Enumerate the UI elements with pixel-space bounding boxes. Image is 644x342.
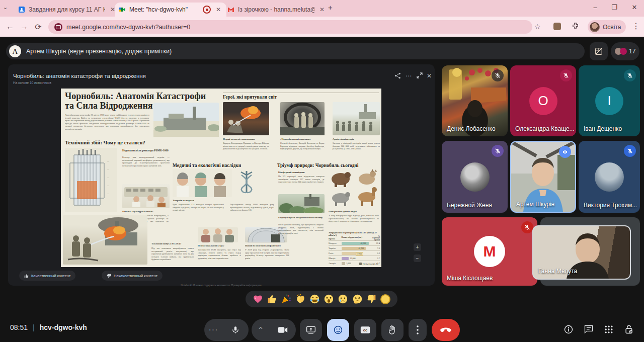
hand-icon (388, 325, 397, 335)
presenter-avatar: A (9, 45, 21, 57)
extension-icon[interactable] (553, 23, 561, 30)
participant-tile-speaking[interactable]: Артем Шкурін (510, 141, 576, 213)
astonished-face-icon[interactable] (324, 294, 334, 304)
end-call-button[interactable] (432, 319, 460, 341)
info-icon (564, 324, 574, 334)
hero-item-title: Перші на вогні: пожежники (223, 138, 269, 140)
meet-icon (119, 6, 126, 13)
wildlife-illustration (329, 167, 380, 208)
hero-item-text: Караули Володимира Правика та Віктора Кі… (223, 142, 269, 150)
contamination-table: Забруднення територій Цезієм-137 (понад … (329, 231, 380, 266)
classroom-icon (18, 6, 25, 13)
hero-item-title: Армія ліквідаторів (333, 138, 380, 140)
window-maximize-button[interactable]: ❐ (606, 0, 623, 14)
medical-staff-illustration (173, 169, 232, 197)
browser-tab-meet[interactable]: Meet: "hcv-dgwo-kvh" ✕ (115, 3, 226, 17)
close-presentation-icon[interactable]: ✕ (427, 72, 432, 79)
browser-menu-icon[interactable]: ⋮ (632, 21, 640, 31)
tiles-off-icon (594, 47, 603, 56)
meet-control-bar: 08:51 | hcv-dgwo-kvh ··· ⌃ (0, 314, 644, 342)
thinking-face-icon[interactable] (352, 294, 363, 304)
hero-item-text: Загалом у ліквідації наслідків аварії вз… (333, 142, 380, 150)
tab-recording-indicator-icon (203, 6, 211, 14)
nature-item-title: Повернення диких видів (329, 210, 357, 213)
skin-tone-selector[interactable] (380, 294, 390, 304)
clapping-hands-icon[interactable] (295, 294, 306, 304)
zoom-out-button[interactable]: − (414, 254, 421, 262)
tab-search-chevron-icon[interactable]: ⌄ (3, 4, 8, 11)
present-screen-button[interactable] (300, 319, 322, 341)
extensions-puzzle-icon[interactable] (572, 22, 579, 32)
host-controls-button[interactable] (624, 324, 634, 336)
cc-icon: cc (360, 326, 370, 334)
thumbs-up-icon[interactable] (267, 294, 277, 304)
back-button[interactable]: ← (3, 22, 17, 31)
bad-content-button[interactable]: Некачественный контент (102, 271, 163, 281)
table-row: Україна 41,900 7.0 (329, 245, 380, 250)
notebooklm-icon (359, 263, 362, 265)
participant-tile[interactable]: І Іван Дещенко (579, 65, 640, 136)
participant-tile[interactable]: Денис Лобасенко (442, 65, 508, 136)
chat-button[interactable] (584, 324, 594, 336)
clock-time: 08:51 (10, 323, 28, 331)
divider (223, 93, 379, 93)
party-popper-icon[interactable] (281, 294, 291, 304)
camera-options-icon[interactable]: ⌃ (252, 325, 270, 335)
svg-text:—: — (107, 192, 110, 195)
tech-item-title: Недосконалість реактора РБМК-1000 (122, 149, 171, 152)
browser-tab-gmail[interactable]: Із зірочкою - hanna.meluta@g ✕ (223, 3, 330, 17)
participant-count[interactable]: 17 (611, 42, 639, 60)
muted-mic-badge (492, 69, 504, 81)
tab-close-icon[interactable]: ✕ (214, 6, 222, 13)
profile-chip[interactable]: Освіта (588, 20, 626, 34)
grieving-people-illustration (198, 227, 238, 242)
divers-illustration (280, 102, 325, 135)
meeting-details-button[interactable] (564, 324, 574, 336)
tab-close-icon[interactable]: ✕ (318, 6, 326, 13)
participant-tile[interactable]: Виктория Трохим... (579, 141, 640, 213)
heroes-heading: Герої, які врятували світ (223, 95, 277, 100)
participant-name: Олександра Кваще... (515, 125, 575, 132)
svg-text:—: — (107, 160, 110, 162)
participant-tile[interactable]: M Міша Кіслощаев (442, 217, 537, 286)
good-content-button[interactable]: Качественный контент (19, 271, 75, 281)
sparkling-heart-icon[interactable] (253, 294, 263, 304)
zoom-in-button[interactable]: + (414, 243, 421, 251)
mic-options-icon[interactable]: ··· (204, 325, 222, 334)
window-close-button[interactable]: ✕ (626, 0, 643, 14)
camera-button[interactable]: ⌃ (252, 319, 296, 341)
ai-disclaimer: NotebookLM может содержать неточности. П… (8, 284, 435, 287)
thumbs-down-icon[interactable] (366, 294, 377, 304)
new-tab-button[interactable]: + (328, 3, 333, 12)
bookmark-star-icon[interactable]: ☆ (534, 22, 541, 31)
time-and-code: 08:51 | hcv-dgwo-kvh (10, 323, 87, 331)
expand-icon[interactable] (417, 72, 423, 80)
microphone-button[interactable]: ··· (204, 319, 249, 341)
self-view-tile[interactable]: Ганна Мелута (532, 225, 631, 280)
window-minimize-button[interactable]: – (587, 0, 604, 14)
caduceus-illustration (238, 169, 255, 197)
tech-item-text: Під час планового випробування стався не… (151, 247, 194, 265)
captions-button[interactable]: cc (354, 319, 376, 341)
reload-button[interactable]: ⟳ (31, 22, 45, 32)
raise-hand-button[interactable] (381, 319, 404, 341)
url-text: meet.google.com/hcv-dgwo-kvh?authuser=0 (66, 24, 190, 31)
reactions-button-active[interactable] (327, 319, 349, 341)
chernobyl-infographic: Чорнобиль: Анатомія Катастрофи та Сила В… (61, 89, 381, 267)
activities-button[interactable] (604, 324, 614, 336)
more-options-icon[interactable]: ⋯ (406, 72, 412, 79)
forward-button[interactable]: → (17, 22, 31, 31)
profile-name: Освіта (603, 24, 621, 31)
hide-tiles-button[interactable] (590, 42, 608, 60)
crying-face-icon[interactable] (338, 294, 348, 304)
end-call-icon (440, 327, 451, 332)
laughing-face-icon[interactable] (309, 294, 320, 304)
participant-tile[interactable]: О Олександра Кваще... (510, 65, 576, 136)
medical-item-title: Хвороби та втрати (173, 199, 194, 202)
share-icon[interactable] (394, 72, 401, 80)
address-bar[interactable]: meet.google.com/hcv-dgwo-kvh?authuser=0 (48, 20, 532, 34)
more-controls-button[interactable] (409, 319, 427, 341)
browser-tab-classroom[interactable]: Завдання для курсу 11 АГ Кур: ✕ (14, 3, 121, 17)
participant-tile[interactable]: Бережной Женя (442, 141, 508, 213)
screen: ⌄ Завдання для курсу 11 АГ Кур: ✕ Meet: … (0, 0, 644, 342)
